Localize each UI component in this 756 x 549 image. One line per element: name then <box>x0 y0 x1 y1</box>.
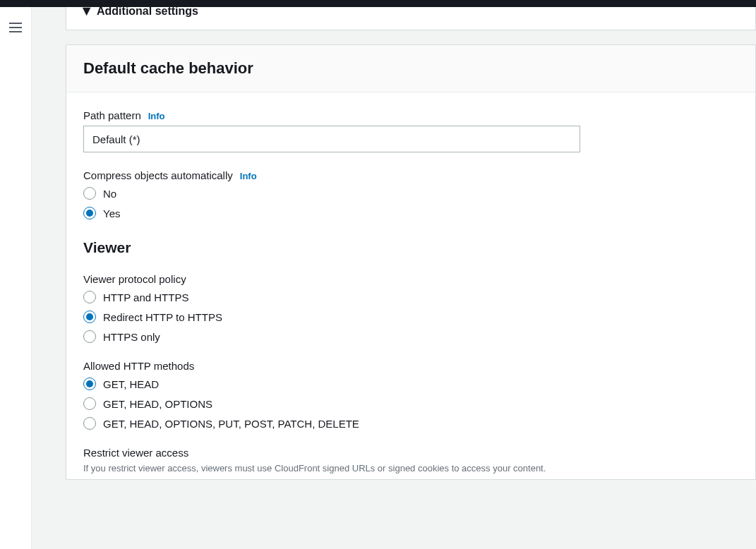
origin-panel-fragment: ▶ Additional settings <box>66 7 756 30</box>
allowed-methods-gho-option[interactable]: GET, HEAD, OPTIONS <box>83 397 738 410</box>
compress-label: Compress objects automatically <box>83 169 233 181</box>
viewer-protocol-label: Viewer protocol policy <box>83 273 186 285</box>
radio-checked-icon <box>83 378 96 390</box>
allowed-methods-gh-option[interactable]: GET, HEAD <box>83 378 738 390</box>
allowed-methods-radio-group: GET, HEAD GET, HEAD, OPTIONS GET, HEAD, … <box>83 378 738 430</box>
additional-settings-label: Additional settings <box>97 7 198 17</box>
compress-yes-option[interactable]: Yes <box>83 207 738 219</box>
panel-header: Default cache behavior <box>66 45 755 92</box>
path-pattern-input[interactable]: Default (*) <box>83 126 580 152</box>
viewer-protocol-radio-group: HTTP and HTTPS Redirect HTTP to HTTPS HT… <box>83 291 738 343</box>
compress-info-link[interactable]: Info <box>240 171 257 181</box>
viewer-protocol-redirect-label: Redirect HTTP to HTTPS <box>103 311 222 323</box>
viewer-protocol-both-option[interactable]: HTTP and HTTPS <box>83 291 738 303</box>
viewer-protocol-https-only-label: HTTPS only <box>103 331 160 343</box>
top-nav-bar <box>0 0 756 7</box>
panel-title: Default cache behavior <box>83 59 738 78</box>
restrict-access-label: Restrict viewer access <box>83 447 188 459</box>
allowed-methods-gho-label: GET, HEAD, OPTIONS <box>103 398 212 410</box>
radio-icon <box>83 291 96 303</box>
allowed-methods-all-label: GET, HEAD, OPTIONS, PUT, POST, PATCH, DE… <box>103 418 359 430</box>
radio-icon <box>83 417 96 430</box>
path-pattern-label: Path pattern <box>83 109 141 121</box>
radio-icon <box>83 330 96 343</box>
viewer-protocol-both-label: HTTP and HTTPS <box>103 291 188 303</box>
allowed-methods-label: Allowed HTTP methods <box>83 360 194 372</box>
allowed-methods-gh-label: GET, HEAD <box>103 378 159 390</box>
compress-radio-group: No Yes <box>83 187 738 219</box>
side-rail <box>0 7 32 549</box>
compress-no-option[interactable]: No <box>83 187 738 200</box>
radio-icon <box>83 397 96 410</box>
caret-right-icon: ▶ <box>83 8 92 16</box>
restrict-access-help: If you restrict viewer access, viewers m… <box>83 463 738 473</box>
viewer-protocol-redirect-option[interactable]: Redirect HTTP to HTTPS <box>83 310 738 323</box>
compress-yes-label: Yes <box>103 207 120 219</box>
viewer-protocol-https-only-option[interactable]: HTTPS only <box>83 330 738 343</box>
compress-no-label: No <box>103 188 116 200</box>
radio-checked-icon <box>83 310 96 323</box>
cache-behavior-panel: Default cache behavior Path pattern Info… <box>66 44 756 480</box>
radio-icon <box>83 187 96 200</box>
additional-settings-toggle[interactable]: ▶ Additional settings <box>66 7 755 28</box>
path-pattern-value: Default (*) <box>92 133 140 145</box>
path-pattern-info-link[interactable]: Info <box>148 111 165 121</box>
menu-toggle-icon[interactable] <box>9 23 22 32</box>
content-area: ▶ Additional settings Default cache beha… <box>32 7 756 549</box>
radio-checked-icon <box>83 207 96 219</box>
viewer-heading: Viewer <box>83 239 738 256</box>
allowed-methods-all-option[interactable]: GET, HEAD, OPTIONS, PUT, POST, PATCH, DE… <box>83 417 738 430</box>
